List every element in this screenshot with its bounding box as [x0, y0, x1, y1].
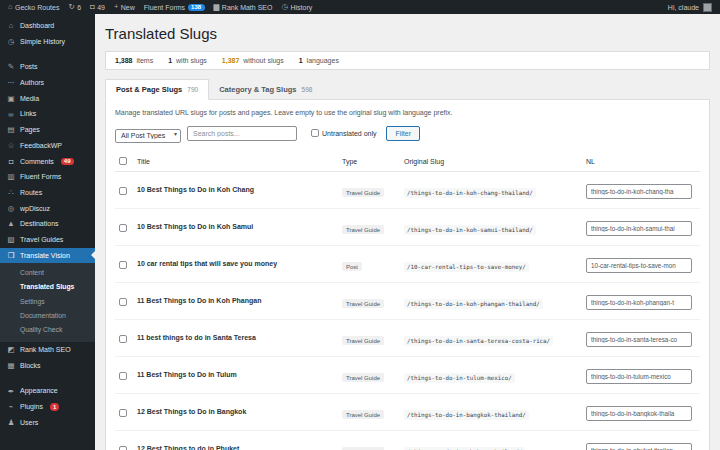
- row-checkbox[interactable]: [119, 409, 127, 417]
- row-title[interactable]: 10 Best Things to Do in Koh Chang: [133, 171, 338, 208]
- row-checkbox[interactable]: [119, 372, 127, 380]
- tab-count: 598: [302, 86, 313, 93]
- filter-button[interactable]: Filter: [386, 126, 420, 141]
- sidebar-item-routes[interactable]: ∴ Routes: [0, 185, 95, 201]
- main-content: Translated Slugs 1,388 items 1 with slug…: [95, 14, 720, 450]
- sidebar-item-label: FeedbackWP: [20, 142, 62, 150]
- sidebar-item-authors[interactable]: ⋯ Authors: [0, 75, 95, 91]
- row-checkbox[interactable]: [119, 446, 127, 450]
- adminbar-item-label: Gecko Routes: [15, 4, 59, 11]
- appearance-icon: ✒: [7, 388, 15, 396]
- sidebar-item-simple-history[interactable]: ◷ Simple History: [0, 34, 95, 50]
- row-original-slug: /things-to-do-in-koh-phangan-thailand/: [404, 299, 543, 309]
- untranslated-only-toggle[interactable]: Untranslated only: [311, 129, 376, 137]
- col-original-slug: Original Slug: [400, 152, 582, 172]
- sidebar-item-wpdiscuz[interactable]: ◎ wpDiscuz: [0, 201, 95, 217]
- row-title[interactable]: 11 best things to do in Santa Teresa: [133, 319, 338, 356]
- row-nl-slug-input[interactable]: [586, 221, 692, 236]
- sidebar-item-label: Pages: [20, 126, 40, 134]
- sidebar-submenu-item[interactable]: Settings: [0, 295, 95, 309]
- greeting-label: Hi, claude: [668, 4, 699, 11]
- sidebar-submenu: Content Translated Slugs Settings Docume…: [0, 263, 95, 342]
- sidebar-item-users[interactable]: ♟ Users: [0, 415, 95, 431]
- row-nl-slug-input[interactable]: [586, 443, 692, 450]
- row-original-slug: /10-car-rental-tips-to-save-money/: [404, 262, 529, 272]
- stats-bar: 1,388 items 1 with slugs 1,387 without s…: [105, 51, 710, 70]
- chart-bar-icon: ▆: [214, 3, 220, 11]
- sidebar-item-translate-vision[interactable]: ❐ Translate Vision: [0, 248, 95, 264]
- adminbar-item[interactable]: ▆ Rank Math SEO: [214, 3, 273, 11]
- thumbs-up-icon: ☆: [7, 142, 15, 150]
- sidebar-submenu-item[interactable]: Documentation: [0, 309, 95, 323]
- post-type-select[interactable]: All Post Types: [115, 129, 181, 143]
- tab-post-page-slugs[interactable]: Post & Page Slugs 790: [105, 79, 209, 100]
- sidebar-item-dashboard[interactable]: ⌂ Dashboard: [0, 18, 95, 34]
- pin-icon: ✎: [7, 63, 15, 71]
- adminbar-item[interactable]: ◷ History: [281, 3, 312, 11]
- row-checkbox[interactable]: [119, 224, 127, 232]
- count-badge: 138: [188, 4, 205, 11]
- sidebar-item-label: Travel Guides: [20, 236, 63, 244]
- sidebar-item-travel-guides[interactable]: ▧ Travel Guides: [0, 232, 95, 248]
- sidebar-item-label: Appearance: [20, 387, 58, 395]
- row-nl-slug-input[interactable]: [586, 406, 692, 421]
- row-nl-slug-input[interactable]: [586, 184, 692, 199]
- sidebar-item-appearance[interactable]: ✒ Appearance: [0, 383, 95, 399]
- row-title[interactable]: 12 Best Things to Do in Bangkok: [133, 393, 338, 430]
- adminbar-item[interactable]: ⌂ Gecko Routes: [8, 3, 59, 11]
- adminbar-item[interactable]: Fluent Forms 138: [144, 4, 205, 11]
- row-type-badge: Travel Guide: [342, 299, 384, 308]
- tab-category-tag-slugs[interactable]: Category & Tag Slugs 598: [209, 79, 322, 99]
- row-checkbox[interactable]: [119, 298, 127, 306]
- adminbar-item[interactable]: + New: [114, 3, 135, 11]
- search-input[interactable]: [187, 126, 297, 141]
- routes-icon: ∴: [7, 189, 15, 197]
- sidebar-item-feedbackwp[interactable]: ☆ FeedbackWP: [0, 138, 95, 154]
- sidebar-item-fluent-forms[interactable]: ▥ Fluent Forms: [0, 169, 95, 185]
- table-header-row: Title Type Original Slug NL: [115, 152, 700, 172]
- sidebar-item-posts[interactable]: ✎ Posts: [0, 59, 95, 75]
- row-original-slug: /things-to-do-in-tulum-mexico/: [404, 373, 515, 383]
- row-nl-slug-input[interactable]: [586, 332, 692, 347]
- row-nl-slug-input[interactable]: [586, 258, 692, 273]
- row-checkbox[interactable]: [119, 187, 127, 195]
- row-title[interactable]: 11 Best Things to Do in Koh Phangan: [133, 282, 338, 319]
- row-title[interactable]: 10 car rental tips that will save you mo…: [133, 245, 338, 282]
- row-checkbox[interactable]: [119, 335, 127, 343]
- sidebar-item-label: Links: [20, 110, 36, 118]
- row-title[interactable]: 10 Best Things to Do in Koh Samui: [133, 208, 338, 245]
- sidebar-item-destinations[interactable]: ▲ Destinations: [0, 216, 95, 232]
- sidebar-submenu-item[interactable]: Translated Slugs: [0, 280, 95, 294]
- row-title[interactable]: 12 Best Things to do in Phuket: [133, 430, 338, 450]
- sidebar-item-links[interactable]: ∞ Links: [0, 106, 95, 122]
- adminbar-item[interactable]: ↻ 6: [68, 3, 81, 11]
- row-original-slug: /things-to-do-in-koh-chang-thailand/: [404, 188, 536, 198]
- sidebar-item-plugins[interactable]: ⌁ Plugins 1: [0, 399, 95, 415]
- select-all-checkbox[interactable]: [119, 157, 127, 165]
- authors-icon: ⋯: [7, 79, 15, 87]
- row-original-slug: /things-to-do-in-santa-teresa-costa-rica…: [404, 336, 553, 346]
- row-nl-slug-input[interactable]: [586, 295, 692, 310]
- sidebar-item-pages[interactable]: ▤ Pages: [0, 122, 95, 138]
- sidebar-item-media[interactable]: ▣ Media: [0, 91, 95, 107]
- sidebar-submenu-item[interactable]: Content: [0, 266, 95, 280]
- sidebar-item-rank-math-seo[interactable]: ◩ Rank Math SEO: [0, 342, 95, 358]
- sidebar-item-label: Simple History: [20, 38, 65, 46]
- row-checkbox[interactable]: [119, 261, 127, 269]
- tab-bar: Post & Page Slugs 790 Category & Tag Slu…: [105, 79, 710, 99]
- row-nl-slug-input[interactable]: [586, 369, 692, 384]
- count-badge: 49: [61, 158, 74, 166]
- stat-item: 1 with slugs: [168, 57, 207, 64]
- sidebar-submenu-item[interactable]: Quality Check: [0, 323, 95, 337]
- page-title: Translated Slugs: [105, 25, 710, 42]
- row-type-badge: Travel Guide: [342, 225, 384, 234]
- adminbar-item[interactable]: ◘ 49: [90, 3, 105, 11]
- table-body: 10 Best Things to Do in Koh Chang Travel…: [115, 171, 700, 450]
- slugs-panel: Manage translated URL slugs for posts an…: [105, 99, 710, 450]
- plugins-icon: ⌁: [7, 403, 15, 411]
- row-title[interactable]: 11 Best Things to Do in Tulum: [133, 356, 338, 393]
- sidebar-item-comments[interactable]: ◘ Comments 49: [0, 154, 95, 170]
- untranslated-checkbox[interactable]: [311, 129, 319, 137]
- sidebar-item-blocks[interactable]: ▦ Blocks: [0, 358, 95, 374]
- adminbar-account[interactable]: Hi, claude: [668, 3, 712, 12]
